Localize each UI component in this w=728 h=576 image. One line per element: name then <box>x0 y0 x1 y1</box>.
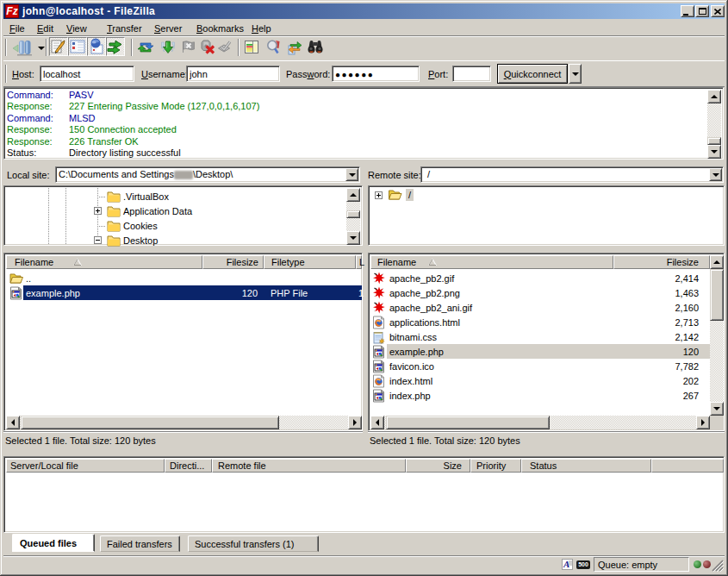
svg-text:A: A <box>563 559 569 569</box>
